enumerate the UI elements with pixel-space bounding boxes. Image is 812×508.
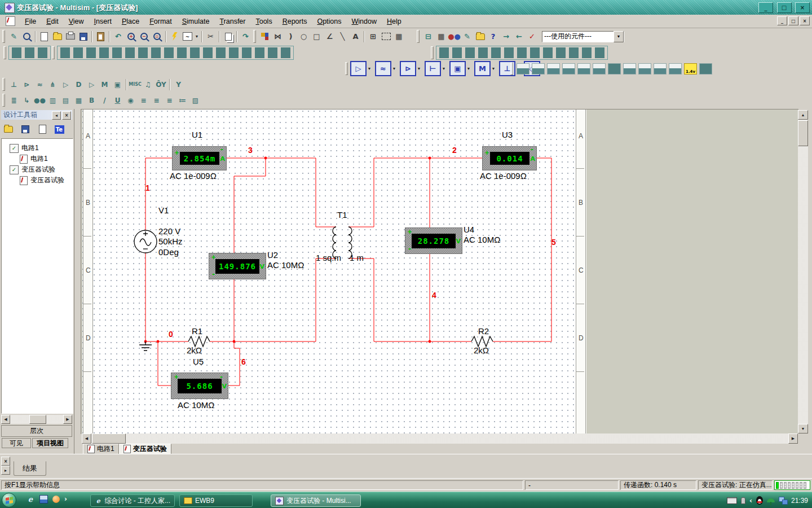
- component-button[interactable]: [465, 47, 475, 58]
- component-button[interactable]: [151, 47, 161, 58]
- scroll-track[interactable]: [798, 120, 808, 424]
- canvas-hscrollbar[interactable]: ◀ ▶: [82, 433, 798, 444]
- insert-picture-button[interactable]: ▧: [189, 94, 202, 107]
- canvas-vscrollbar[interactable]: ▲ ▼: [798, 110, 808, 433]
- component-button[interactable]: [99, 47, 109, 58]
- voltmeter-u4[interactable]: + - 28.278 V: [405, 227, 462, 254]
- diode-family-button[interactable]: ⊳: [20, 78, 33, 91]
- component-button[interactable]: [112, 47, 122, 58]
- component-button[interactable]: [281, 47, 290, 58]
- redo-button[interactable]: ↷: [239, 30, 252, 43]
- keyboard-tray-icon[interactable]: [727, 497, 737, 504]
- design-toolbox-titlebar[interactable]: 设计工具箱 ◂ ×: [1, 110, 72, 120]
- component-button[interactable]: [595, 47, 604, 58]
- menu-view[interactable]: View: [64, 16, 89, 27]
- tab-transformer-test[interactable]: 变压器试验: [119, 444, 171, 454]
- frequency-counter-button[interactable]: [608, 63, 621, 75]
- back-annotate-button[interactable]: ←: [513, 30, 526, 43]
- component-button[interactable]: [25, 47, 34, 58]
- toolbox-save-button[interactable]: [19, 124, 32, 135]
- four-channel-scope-button[interactable]: [577, 63, 590, 75]
- component-button[interactable]: [164, 47, 174, 58]
- tree-item-transformer-test[interactable]: ✓变压器试验: [10, 165, 55, 174]
- umbrella-tray-icon[interactable]: [767, 498, 775, 502]
- oscilloscope-button[interactable]: [562, 63, 575, 75]
- diode-virtual-button[interactable]: ⊳: [400, 61, 416, 76]
- grapher-dropdown[interactable]: ▼: [194, 31, 200, 42]
- visible-tab[interactable]: 可见: [2, 438, 31, 448]
- ammeter-u1[interactable]: + - 2.854m A: [172, 146, 227, 170]
- database-button[interactable]: ●●: [448, 30, 461, 43]
- toolbar-grip[interactable]: [345, 62, 348, 75]
- align-center-button[interactable]: ≡: [150, 94, 163, 107]
- toolbar-grip[interactable]: [3, 46, 6, 59]
- new-file-button[interactable]: [38, 30, 51, 43]
- distortion-analyzer-button[interactable]: 1.4v: [684, 63, 697, 75]
- menu-insert[interactable]: Insert: [89, 16, 117, 27]
- toolbar-grip[interactable]: [253, 30, 256, 43]
- component-button[interactable]: [216, 47, 226, 58]
- toolbox-doc-button[interactable]: [36, 124, 48, 135]
- menu-window[interactable]: Window: [347, 16, 382, 27]
- toolbar-grip[interactable]: [431, 46, 434, 59]
- line-button[interactable]: ╲: [336, 30, 349, 43]
- tab-circuit1[interactable]: 电路1: [83, 444, 119, 454]
- indent-button[interactable]: ≣: [7, 94, 20, 107]
- scroll-right-button[interactable]: ▶: [63, 415, 72, 424]
- component-button[interactable]: [268, 47, 277, 58]
- component-button[interactable]: [86, 47, 96, 58]
- rectangle-button[interactable]: □: [310, 30, 323, 43]
- grapher-button[interactable]: ~: [181, 30, 194, 43]
- menu-tools[interactable]: Tools: [250, 16, 277, 27]
- cmos-family-button[interactable]: ▷: [85, 78, 98, 91]
- results-collapse-button[interactable]: ▸: [1, 466, 10, 475]
- polyline-button[interactable]: ∠: [323, 30, 336, 43]
- menu-place[interactable]: Place: [117, 16, 144, 27]
- menu-options[interactable]: Options: [312, 16, 346, 27]
- voltmeter-u2[interactable]: + - 149.876 V: [209, 253, 266, 279]
- text-button[interactable]: A: [349, 30, 362, 43]
- magnify-page-button[interactable]: [20, 30, 33, 43]
- quicklaunch-expand-icon[interactable]: ›: [64, 495, 67, 503]
- component-button[interactable]: [491, 47, 501, 58]
- tree-item-transformer-test-sheet[interactable]: 变压器试验: [20, 176, 64, 185]
- bode-plotter-button[interactable]: [593, 63, 606, 75]
- source-family-button[interactable]: ⊥: [7, 78, 20, 91]
- component-button[interactable]: [504, 47, 514, 58]
- scroll-thumb[interactable]: [29, 415, 46, 424]
- zoom-in-button[interactable]: +: [125, 30, 138, 43]
- component-button[interactable]: [73, 47, 83, 58]
- tray-collapse-icon[interactable]: ‹: [749, 497, 752, 505]
- qq-penguin-tray-icon[interactable]: [756, 496, 763, 505]
- misc-family-button[interactable]: MISC: [129, 78, 142, 91]
- toolbar-grip[interactable]: [2, 30, 5, 43]
- help-button[interactable]: ?: [487, 30, 500, 43]
- component-button[interactable]: [38, 47, 47, 58]
- rf-family-button[interactable]: Y: [172, 78, 185, 91]
- close-button[interactable]: ×: [795, 2, 810, 13]
- orange-quicklaunch-icon[interactable]: [52, 496, 60, 503]
- checkbox-icon[interactable]: ✓: [10, 165, 19, 174]
- component-button[interactable]: [242, 47, 251, 58]
- outdent-button[interactable]: ↳: [20, 94, 33, 107]
- logic-analyzer-button[interactable]: [638, 63, 651, 75]
- edit-wand-button[interactable]: ✎: [7, 30, 20, 43]
- toolbar-grip[interactable]: [417, 30, 420, 43]
- start-button[interactable]: [2, 493, 16, 507]
- dropdown-icon[interactable]: ▼: [441, 62, 447, 75]
- results-tab[interactable]: 结果: [14, 461, 46, 476]
- basic-virtual-button[interactable]: ≈: [375, 61, 391, 76]
- component-button[interactable]: [517, 47, 527, 58]
- underline-button[interactable]: U: [111, 94, 124, 107]
- results-close-button[interactable]: ×: [1, 457, 10, 466]
- voltmeter-u5[interactable]: + - 5.686 V: [171, 373, 228, 399]
- toolbar-grip[interactable]: [2, 78, 5, 91]
- menu-file[interactable]: File: [20, 16, 41, 27]
- mdi-minimize-button[interactable]: _: [777, 16, 787, 25]
- multimeter-button[interactable]: [517, 63, 529, 75]
- component-button[interactable]: [582, 47, 592, 58]
- tree-item-circuit1[interactable]: ✓电路1: [10, 143, 39, 153]
- tree-item-circuit1-sheet[interactable]: 电路1: [20, 154, 48, 164]
- scroll-up-button[interactable]: ▲: [798, 110, 808, 120]
- taskbar-button-multisim[interactable]: 变压器试验 - Multisi...: [271, 494, 361, 507]
